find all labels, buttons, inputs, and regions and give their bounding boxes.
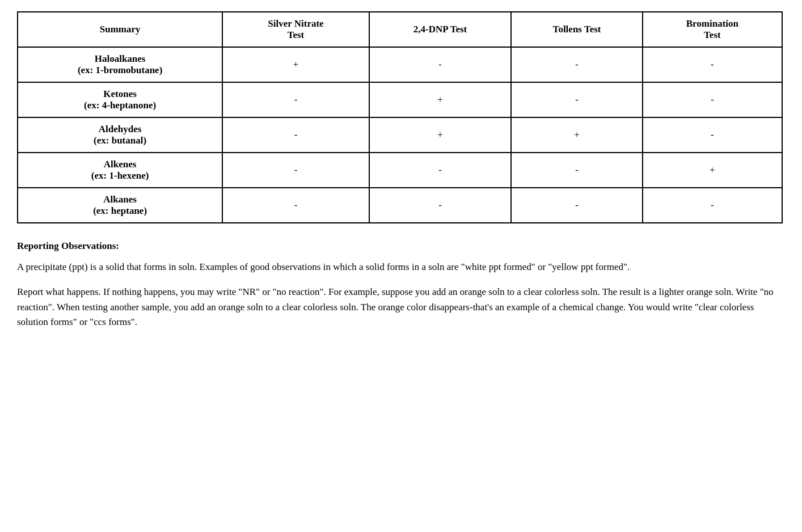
reporting-paragraph-1: A precipitate (ppt) is a solid that form… bbox=[17, 260, 783, 275]
col-header-silver-nitrate: Silver NitrateTest bbox=[222, 12, 369, 47]
haloalkanes-tollens: - bbox=[511, 47, 642, 82]
summary-table-container: Summary Silver NitrateTest 2,4-DNP Test … bbox=[17, 11, 783, 223]
aldehydes-bromination: - bbox=[643, 117, 782, 153]
reporting-paragraph-2: Report what happens. If nothing happens,… bbox=[17, 285, 783, 330]
col-header-bromination: BrominationTest bbox=[643, 12, 782, 47]
alkanes-tollens: - bbox=[511, 188, 642, 223]
haloalkanes-dnp: - bbox=[369, 47, 512, 82]
col-header-summary: Summary bbox=[18, 12, 222, 47]
alkanes-silver-nitrate: - bbox=[222, 188, 369, 223]
ketones-silver-nitrate: - bbox=[222, 82, 369, 117]
alkenes-silver-nitrate: - bbox=[222, 153, 369, 188]
ketones-bromination: - bbox=[643, 82, 782, 117]
col-header-silver-nitrate-text: Silver NitrateTest bbox=[268, 18, 323, 40]
aldehydes-silver-nitrate: - bbox=[222, 117, 369, 153]
alkenes-bromination: + bbox=[643, 153, 782, 188]
table-row: Ketones (ex: 4-heptanone) - + - - bbox=[18, 82, 782, 117]
table-row: Alkanes (ex: heptane) - - - - bbox=[18, 188, 782, 223]
row-label-alkenes: Alkenes (ex: 1-hexene) bbox=[18, 153, 222, 188]
ketones-dnp: + bbox=[369, 82, 512, 117]
table-row: Haloalkanes (ex: 1-bromobutane) + - - - bbox=[18, 47, 782, 82]
col-header-dnp: 2,4-DNP Test bbox=[369, 12, 512, 47]
summary-table: Summary Silver NitrateTest 2,4-DNP Test … bbox=[17, 11, 783, 223]
row-label-ketones: Ketones (ex: 4-heptanone) bbox=[18, 82, 222, 117]
reporting-observations-heading: Reporting Observations: bbox=[17, 240, 783, 252]
col-header-bromination-text: BrominationTest bbox=[686, 18, 738, 40]
alkanes-bromination: - bbox=[643, 188, 782, 223]
row-label-haloalkanes: Haloalkanes (ex: 1-bromobutane) bbox=[18, 47, 222, 82]
ketones-tollens: - bbox=[511, 82, 642, 117]
aldehydes-dnp: + bbox=[369, 117, 512, 153]
aldehydes-tollens: + bbox=[511, 117, 642, 153]
alkanes-dnp: - bbox=[369, 188, 512, 223]
table-header-row: Summary Silver NitrateTest 2,4-DNP Test … bbox=[18, 12, 782, 47]
haloalkanes-bromination: - bbox=[643, 47, 782, 82]
row-label-aldehydes: Aldehydes (ex: butanal) bbox=[18, 117, 222, 153]
table-row: Alkenes (ex: 1-hexene) - - - + bbox=[18, 153, 782, 188]
reporting-observations-section: Reporting Observations: A precipitate (p… bbox=[17, 240, 783, 330]
haloalkanes-silver-nitrate: + bbox=[222, 47, 369, 82]
table-row: Aldehydes (ex: butanal) - + + - bbox=[18, 117, 782, 153]
alkenes-dnp: - bbox=[369, 153, 512, 188]
alkenes-tollens: - bbox=[511, 153, 642, 188]
col-header-tollens: Tollens Test bbox=[511, 12, 642, 47]
row-label-alkanes: Alkanes (ex: heptane) bbox=[18, 188, 222, 223]
